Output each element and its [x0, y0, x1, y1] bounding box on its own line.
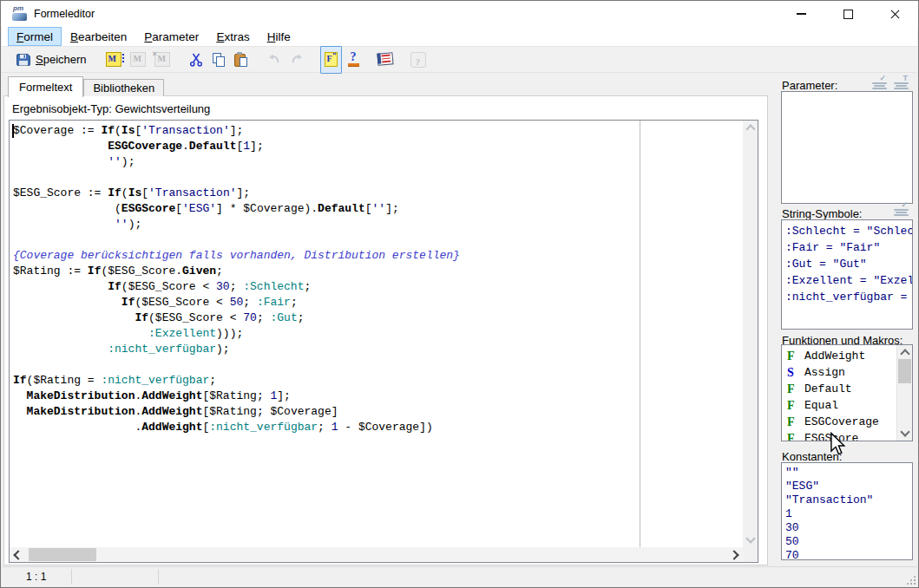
code-line: :Exzellent))); [13, 326, 743, 342]
tab-strip: FormeltextBibliotheken [8, 76, 164, 96]
functions-scroll-thumb[interactable] [898, 359, 911, 383]
copy-button[interactable] [208, 49, 229, 71]
save-icon [16, 53, 31, 67]
undo-icon [266, 53, 281, 66]
code-line [13, 170, 743, 186]
function-item[interactable]: FEqual [782, 397, 897, 414]
check-syntax-icon: ? [347, 52, 361, 67]
functions-list[interactable]: FAddWeightSAssignFDefaultFEqualFESGCover… [781, 344, 913, 441]
format-formula-icon: F" [325, 52, 338, 67]
save-button[interactable]: Speichern [12, 49, 90, 71]
paste-button[interactable] [231, 49, 251, 71]
menu-item-bearbeiten[interactable]: Bearbeiten [62, 27, 135, 46]
code-line: MakeDistribution.AddWeight[$Rating; $Cov… [13, 404, 743, 420]
function-badge-icon: F [787, 397, 796, 414]
constant-item[interactable]: "Transaction" [785, 493, 912, 507]
code-area[interactable]: $Coverage := If(Is['Transaction']; ESGCo… [10, 121, 743, 547]
string-symbol-item[interactable]: :Fair = "Fair" [785, 239, 912, 256]
param-check-icon: ✓ [872, 76, 889, 89]
code-line [13, 357, 743, 373]
tab-formeltext[interactable]: Formeltext [8, 76, 83, 97]
parameter-list[interactable] [781, 91, 913, 204]
scroll-down-icon [900, 427, 909, 436]
function-name: Equal [804, 397, 838, 414]
check-syntax-button[interactable]: ? [344, 49, 364, 71]
scroll-down-icon [745, 533, 755, 543]
macro-badge-icon: S [787, 364, 796, 381]
cut-button[interactable] [186, 49, 207, 71]
string-symbols-label: String-Symbole: [782, 207, 862, 220]
help-icon: ? [410, 52, 426, 68]
redo-icon [290, 53, 305, 66]
code-line: If($Rating = :nicht_verfügbar; [13, 373, 743, 389]
string-symbols-list[interactable]: :Schlecht = "Schlecht":Fair = "Fair":Gut… [781, 219, 913, 330]
code-line: :nicht_verfügbar); [13, 342, 743, 357]
formula-editor[interactable]: $Coverage := If(Is['Transaction']; ESGCo… [9, 120, 758, 563]
function-item[interactable]: FAddWeight [782, 348, 897, 364]
scroll-up-icon [900, 349, 909, 358]
minimize-icon [797, 13, 806, 14]
menu-item-formel[interactable]: Formel [8, 27, 62, 46]
toolbar: Speichern M M ×M [2, 46, 917, 73]
constant-item[interactable]: "ESG" [785, 480, 912, 493]
string-symbol-item[interactable]: :Schlecht = "Schlecht" [785, 223, 912, 239]
macro-add-icon: M [106, 52, 121, 67]
editor-horizontal-scrollbar[interactable] [10, 547, 743, 562]
menu-item-extras[interactable]: Extras [207, 27, 258, 46]
code-line: {Coverage berücksichtigen falls vorhande… [13, 248, 743, 264]
save-button-label: Speichern [36, 53, 87, 66]
code-line: ESGCoverage.Default[1]; [13, 139, 743, 154]
cursor-position: 1 : 1 [26, 571, 46, 583]
editor-vertical-scrollbar[interactable] [743, 121, 758, 547]
string-symbols-check-icon: ✓ [894, 203, 910, 216]
text-caret [12, 124, 14, 138]
code-line [13, 232, 743, 248]
code-line: If($ESG_Score < 70; :Gut; [13, 310, 743, 326]
format-formula-button[interactable]: F" [320, 46, 342, 74]
string-symbol-item[interactable]: :nicht_verfügbar = "nicht_verfügbar" [785, 289, 912, 305]
menu-item-hilfe[interactable]: Hilfe [259, 27, 299, 46]
mouse-cursor [830, 432, 845, 455]
minimize-button[interactable] [778, 1, 824, 27]
maximize-icon [844, 10, 853, 19]
report-icon [377, 52, 394, 67]
constant-item[interactable]: 1 [785, 507, 912, 521]
macro-delete-button: ×M [151, 49, 174, 71]
constant-item[interactable]: "" [785, 466, 912, 480]
resize-grip[interactable] [906, 575, 916, 585]
close-button[interactable] [871, 1, 918, 27]
functions-scrollbar[interactable] [896, 345, 912, 441]
maximize-button[interactable] [824, 1, 871, 27]
code-line: .AddWeight[:nicht_verfügbar; 1 - $Covera… [13, 420, 743, 435]
horizontal-scroll-thumb[interactable] [29, 548, 96, 561]
app-icon: pm [12, 7, 27, 21]
param-text-icon: T [894, 76, 910, 89]
code-line: $Coverage := If(Is['Transaction']; [13, 123, 743, 139]
scrollbar-corner [743, 547, 758, 562]
constant-item[interactable]: 30 [785, 521, 912, 535]
function-item[interactable]: FESGCoverage [782, 414, 897, 430]
menu-item-parameter[interactable]: Parameter [135, 27, 207, 46]
window-controls [778, 1, 918, 27]
menu-bar: FormelBearbeitenParameterExtrasHilfe [2, 27, 917, 46]
function-item[interactable]: FDefault [782, 381, 897, 397]
constant-item[interactable]: 50 [785, 535, 912, 549]
function-item[interactable]: SAssign [782, 364, 897, 381]
result-type-label: Ergebnisobjekt-Typ: Gewichtsverteilung [12, 102, 210, 115]
function-name: ESGCoverage [804, 414, 879, 430]
undo-button [263, 49, 285, 71]
report-button[interactable] [374, 49, 397, 71]
macro-edit-icon: M [130, 52, 146, 67]
string-symbol-item[interactable]: :Gut = "Gut" [785, 256, 912, 272]
tab-bibliotheken[interactable]: Bibliotheken [83, 79, 164, 96]
paste-icon [234, 53, 247, 67]
copy-icon [212, 53, 226, 67]
function-badge-icon: F [787, 414, 796, 430]
string-symbol-item[interactable]: :Exzellent = "Exzellent" [785, 272, 912, 289]
constants-list[interactable]: """ESG""Transaction"1305070 [781, 462, 913, 560]
macro-add-button[interactable]: M [102, 49, 125, 71]
close-icon [889, 9, 901, 20]
code-line: (ESGScore['ESG'] * $Coverage).Default[''… [13, 201, 743, 217]
column-guide-line [640, 121, 640, 547]
constant-item[interactable]: 70 [785, 549, 912, 560]
